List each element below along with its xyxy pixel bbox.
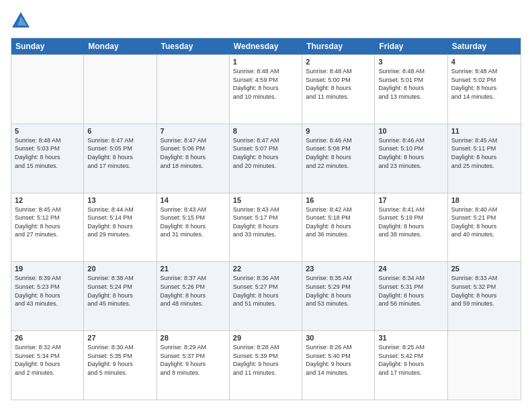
cell-info: Sunrise: 8:45 AM Sunset: 5:12 PM Dayligh… <box>15 205 80 239</box>
day-number: 25 <box>451 265 517 273</box>
cell-info: Sunrise: 8:38 AM Sunset: 5:24 PM Dayligh… <box>87 274 152 308</box>
day-cell-19: 19Sunrise: 8:39 AM Sunset: 5:23 PM Dayli… <box>11 262 84 330</box>
calendar-body: 1Sunrise: 8:48 AM Sunset: 4:59 PM Daylig… <box>11 54 521 400</box>
day-cell-4: 4Sunrise: 8:48 AM Sunset: 5:02 PM Daylig… <box>448 55 521 124</box>
cell-info: Sunrise: 8:47 AM Sunset: 5:07 PM Dayligh… <box>233 136 298 170</box>
cell-info: Sunrise: 8:48 AM Sunset: 5:01 PM Dayligh… <box>378 67 443 101</box>
cell-info: Sunrise: 8:32 AM Sunset: 5:34 PM Dayligh… <box>15 343 80 377</box>
calendar-row-1: 5Sunrise: 8:48 AM Sunset: 5:03 PM Daylig… <box>11 124 521 193</box>
cell-info: Sunrise: 8:46 AM Sunset: 5:08 PM Dayligh… <box>306 136 371 170</box>
cell-info: Sunrise: 8:40 AM Sunset: 5:21 PM Dayligh… <box>451 205 517 239</box>
day-cell-30: 30Sunrise: 8:26 AM Sunset: 5:40 PM Dayli… <box>302 331 375 400</box>
header-cell-tuesday: Tuesday <box>157 38 230 54</box>
day-cell-8: 8Sunrise: 8:47 AM Sunset: 5:07 PM Daylig… <box>230 124 302 193</box>
day-cell-23: 23Sunrise: 8:35 AM Sunset: 5:29 PM Dayli… <box>302 262 375 330</box>
cell-info: Sunrise: 8:48 AM Sunset: 4:59 PM Dayligh… <box>233 67 298 101</box>
calendar-row-4: 26Sunrise: 8:32 AM Sunset: 5:34 PM Dayli… <box>11 330 521 400</box>
cell-info: Sunrise: 8:44 AM Sunset: 5:14 PM Dayligh… <box>87 205 152 239</box>
day-cell-11: 11Sunrise: 8:45 AM Sunset: 5:11 PM Dayli… <box>448 124 521 193</box>
cell-info: Sunrise: 8:34 AM Sunset: 5:31 PM Dayligh… <box>378 274 443 308</box>
cell-info: Sunrise: 8:36 AM Sunset: 5:27 PM Dayligh… <box>233 274 298 308</box>
header-cell-friday: Friday <box>375 38 447 54</box>
day-number: 30 <box>306 334 371 342</box>
day-number: 19 <box>15 265 80 273</box>
calendar: SundayMondayTuesdayWednesdayThursdayFrid… <box>11 38 521 400</box>
day-number: 13 <box>87 196 152 204</box>
cell-info: Sunrise: 8:45 AM Sunset: 5:11 PM Dayligh… <box>451 136 517 170</box>
logo-icon <box>11 11 31 31</box>
day-number: 9 <box>306 127 371 135</box>
day-number: 2 <box>306 58 371 66</box>
day-cell-18: 18Sunrise: 8:40 AM Sunset: 5:21 PM Dayli… <box>448 193 521 262</box>
cell-info: Sunrise: 8:35 AM Sunset: 5:29 PM Dayligh… <box>306 274 371 308</box>
empty-cell <box>11 55 84 124</box>
day-number: 8 <box>233 127 298 135</box>
day-number: 15 <box>233 196 298 204</box>
header-cell-monday: Monday <box>84 38 157 54</box>
cell-info: Sunrise: 8:48 AM Sunset: 5:00 PM Dayligh… <box>306 67 371 101</box>
header-cell-sunday: Sunday <box>11 38 84 54</box>
day-number: 18 <box>451 196 517 204</box>
day-cell-29: 29Sunrise: 8:28 AM Sunset: 5:39 PM Dayli… <box>230 331 302 400</box>
day-number: 10 <box>378 127 443 135</box>
day-number: 27 <box>87 334 152 342</box>
day-number: 22 <box>233 265 298 273</box>
day-number: 26 <box>15 334 80 342</box>
day-cell-16: 16Sunrise: 8:42 AM Sunset: 5:18 PM Dayli… <box>302 193 375 262</box>
cell-info: Sunrise: 8:25 AM Sunset: 5:42 PM Dayligh… <box>378 343 443 377</box>
cell-info: Sunrise: 8:30 AM Sunset: 5:35 PM Dayligh… <box>87 343 152 377</box>
calendar-header-row: SundayMondayTuesdayWednesdayThursdayFrid… <box>11 38 521 54</box>
day-number: 28 <box>161 334 226 342</box>
empty-cell <box>448 331 521 400</box>
day-number: 20 <box>87 265 152 273</box>
cell-info: Sunrise: 8:39 AM Sunset: 5:23 PM Dayligh… <box>15 274 80 308</box>
cell-info: Sunrise: 8:29 AM Sunset: 5:37 PM Dayligh… <box>161 343 226 377</box>
day-cell-13: 13Sunrise: 8:44 AM Sunset: 5:14 PM Dayli… <box>84 193 157 262</box>
header-cell-thursday: Thursday <box>302 38 375 54</box>
day-cell-3: 3Sunrise: 8:48 AM Sunset: 5:01 PM Daylig… <box>375 55 447 124</box>
day-number: 21 <box>161 265 226 273</box>
day-number: 6 <box>87 127 152 135</box>
day-cell-20: 20Sunrise: 8:38 AM Sunset: 5:24 PM Dayli… <box>84 262 157 330</box>
day-number: 29 <box>233 334 298 342</box>
day-cell-2: 2Sunrise: 8:48 AM Sunset: 5:00 PM Daylig… <box>302 55 375 124</box>
cell-info: Sunrise: 8:47 AM Sunset: 5:06 PM Dayligh… <box>161 136 226 170</box>
header-cell-saturday: Saturday <box>448 38 521 54</box>
day-cell-26: 26Sunrise: 8:32 AM Sunset: 5:34 PM Dayli… <box>11 331 84 400</box>
day-cell-12: 12Sunrise: 8:45 AM Sunset: 5:12 PM Dayli… <box>11 193 84 262</box>
cell-info: Sunrise: 8:48 AM Sunset: 5:02 PM Dayligh… <box>451 67 517 101</box>
day-cell-5: 5Sunrise: 8:48 AM Sunset: 5:03 PM Daylig… <box>11 124 84 193</box>
cell-info: Sunrise: 8:26 AM Sunset: 5:40 PM Dayligh… <box>306 343 371 377</box>
day-number: 7 <box>161 127 226 135</box>
day-cell-7: 7Sunrise: 8:47 AM Sunset: 5:06 PM Daylig… <box>157 124 230 193</box>
day-cell-1: 1Sunrise: 8:48 AM Sunset: 4:59 PM Daylig… <box>230 55 302 124</box>
day-number: 12 <box>15 196 80 204</box>
cell-info: Sunrise: 8:41 AM Sunset: 5:19 PM Dayligh… <box>378 205 443 239</box>
cell-info: Sunrise: 8:37 AM Sunset: 5:26 PM Dayligh… <box>161 274 226 308</box>
empty-cell <box>157 55 230 124</box>
cell-info: Sunrise: 8:47 AM Sunset: 5:05 PM Dayligh… <box>87 136 152 170</box>
day-cell-27: 27Sunrise: 8:30 AM Sunset: 5:35 PM Dayli… <box>84 331 157 400</box>
day-number: 23 <box>306 265 371 273</box>
day-number: 24 <box>378 265 443 273</box>
calendar-row-3: 19Sunrise: 8:39 AM Sunset: 5:23 PM Dayli… <box>11 261 521 330</box>
page: SundayMondayTuesdayWednesdayThursdayFrid… <box>0 0 532 411</box>
day-number: 5 <box>15 127 80 135</box>
day-number: 11 <box>451 127 517 135</box>
cell-info: Sunrise: 8:43 AM Sunset: 5:17 PM Dayligh… <box>233 205 298 239</box>
calendar-row-2: 12Sunrise: 8:45 AM Sunset: 5:12 PM Dayli… <box>11 193 521 262</box>
day-cell-14: 14Sunrise: 8:43 AM Sunset: 5:15 PM Dayli… <box>157 193 230 262</box>
cell-info: Sunrise: 8:28 AM Sunset: 5:39 PM Dayligh… <box>233 343 298 377</box>
day-cell-21: 21Sunrise: 8:37 AM Sunset: 5:26 PM Dayli… <box>157 262 230 330</box>
logo <box>11 11 34 31</box>
day-cell-9: 9Sunrise: 8:46 AM Sunset: 5:08 PM Daylig… <box>302 124 375 193</box>
cell-info: Sunrise: 8:48 AM Sunset: 5:03 PM Dayligh… <box>15 136 80 170</box>
cell-info: Sunrise: 8:43 AM Sunset: 5:15 PM Dayligh… <box>161 205 226 239</box>
cell-info: Sunrise: 8:46 AM Sunset: 5:10 PM Dayligh… <box>378 136 443 170</box>
day-number: 4 <box>451 58 517 66</box>
cell-info: Sunrise: 8:42 AM Sunset: 5:18 PM Dayligh… <box>306 205 371 239</box>
day-cell-15: 15Sunrise: 8:43 AM Sunset: 5:17 PM Dayli… <box>230 193 302 262</box>
day-number: 17 <box>378 196 443 204</box>
day-number: 31 <box>378 334 443 342</box>
day-number: 3 <box>378 58 443 66</box>
